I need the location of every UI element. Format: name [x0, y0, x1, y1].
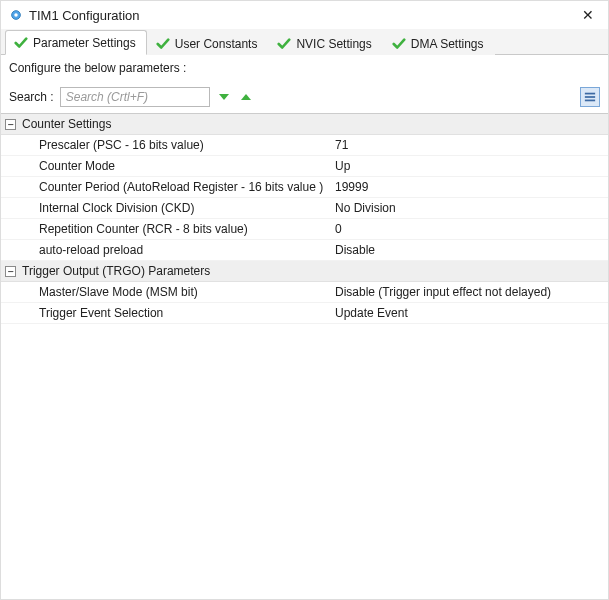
tab-user-constants[interactable]: User Constants — [147, 30, 269, 55]
table-row[interactable]: Trigger Event Selection Update Event — [1, 303, 608, 324]
prop-label: auto-reload preload — [1, 243, 331, 257]
group-rows-counter-settings: Prescaler (PSC - 16 bits value) 71 Count… — [1, 135, 608, 261]
prop-value[interactable]: Disable (Trigger input effect not delaye… — [331, 285, 608, 299]
search-prev-icon[interactable] — [238, 89, 254, 105]
title-bar: TIM1 Configuration ✕ — [1, 1, 608, 29]
group-title: Trigger Output (TRGO) Parameters — [22, 264, 210, 278]
tab-label: Parameter Settings — [33, 36, 136, 50]
prop-label: Internal Clock Division (CKD) — [1, 201, 331, 215]
prop-label: Prescaler (PSC - 16 bits value) — [1, 138, 331, 152]
group-rows-trgo-parameters: Master/Slave Mode (MSM bit) Disable (Tri… — [1, 282, 608, 324]
search-input[interactable] — [60, 87, 210, 107]
svg-rect-2 — [585, 93, 595, 95]
svg-rect-3 — [585, 96, 595, 98]
table-row[interactable]: Master/Slave Mode (MSM bit) Disable (Tri… — [1, 282, 608, 303]
table-row[interactable]: Repetition Counter (RCR - 8 bits value) … — [1, 219, 608, 240]
window-title: TIM1 Configuration — [29, 8, 140, 23]
prop-label: Trigger Event Selection — [1, 306, 331, 320]
collapse-icon[interactable]: − — [5, 266, 16, 277]
table-row[interactable]: auto-reload preload Disable — [1, 240, 608, 261]
group-header-trgo-parameters[interactable]: − Trigger Output (TRGO) Parameters — [1, 261, 608, 282]
gear-icon — [9, 8, 23, 22]
property-grid: − Counter Settings Prescaler (PSC - 16 b… — [1, 113, 608, 324]
tab-label: DMA Settings — [411, 37, 484, 51]
prop-label: Repetition Counter (RCR - 8 bits value) — [1, 222, 331, 236]
prop-label: Counter Period (AutoReload Register - 16… — [1, 180, 331, 194]
prop-value[interactable]: 0 — [331, 222, 608, 236]
prop-label: Counter Mode — [1, 159, 331, 173]
tab-nvic-settings[interactable]: NVIC Settings — [268, 30, 382, 55]
search-next-icon[interactable] — [216, 89, 232, 105]
check-icon — [14, 36, 28, 50]
check-icon — [392, 37, 406, 51]
tab-label: NVIC Settings — [296, 37, 371, 51]
svg-point-1 — [14, 13, 18, 17]
group-title: Counter Settings — [22, 117, 111, 131]
tab-label: User Constants — [175, 37, 258, 51]
table-row[interactable]: Prescaler (PSC - 16 bits value) 71 — [1, 135, 608, 156]
tab-dma-settings[interactable]: DMA Settings — [383, 30, 495, 55]
tab-parameter-settings[interactable]: Parameter Settings — [5, 30, 147, 55]
search-label: Search : — [9, 90, 54, 104]
collapse-icon[interactable]: − — [5, 119, 16, 130]
prop-value[interactable]: Update Event — [331, 306, 608, 320]
check-icon — [156, 37, 170, 51]
prop-value[interactable]: Disable — [331, 243, 608, 257]
search-row: Search : — [1, 83, 608, 113]
list-view-toggle-icon[interactable] — [580, 87, 600, 107]
group-header-counter-settings[interactable]: − Counter Settings — [1, 114, 608, 135]
tabs-bar: Parameter Settings User Constants NVIC S… — [1, 29, 608, 55]
prop-value[interactable]: No Division — [331, 201, 608, 215]
title-left: TIM1 Configuration — [9, 8, 140, 23]
svg-rect-4 — [585, 100, 595, 102]
close-icon[interactable]: ✕ — [578, 7, 598, 23]
prop-value[interactable]: Up — [331, 159, 608, 173]
table-row[interactable]: Internal Clock Division (CKD) No Divisio… — [1, 198, 608, 219]
check-icon — [277, 37, 291, 51]
table-row[interactable]: Counter Period (AutoReload Register - 16… — [1, 177, 608, 198]
table-row[interactable]: Counter Mode Up — [1, 156, 608, 177]
prop-label: Master/Slave Mode (MSM bit) — [1, 285, 331, 299]
prop-value[interactable]: 19999 — [331, 180, 608, 194]
instruction-text: Configure the below parameters : — [1, 55, 608, 83]
prop-value[interactable]: 71 — [331, 138, 608, 152]
